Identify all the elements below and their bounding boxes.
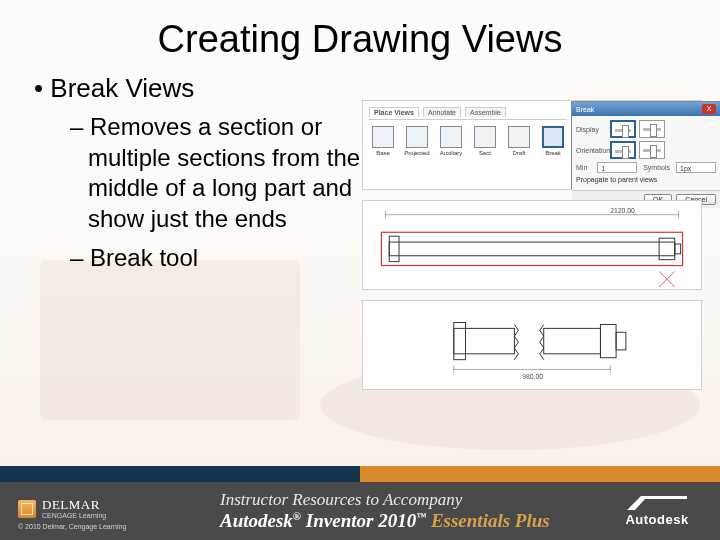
min-label: Min [576, 164, 591, 171]
propagate-checkbox-label[interactable]: Propagate to parent views [576, 176, 657, 183]
bullet-level2: Removes a section or multiple sections f… [70, 112, 370, 235]
delmar-mark-icon [18, 500, 36, 518]
ribbon-tab[interactable]: Place Views [369, 107, 419, 117]
ribbon: Place Views Annotate Assemble Base Proje… [363, 101, 571, 189]
drawing-broken-shaft: 980.00 [362, 300, 702, 390]
break-view-icon [542, 126, 564, 148]
drawing1-svg: 2120.00 [363, 201, 701, 289]
orientation-label: Orientation [576, 147, 604, 154]
ribbon-auxiliary-button[interactable]: Auxiliary [437, 126, 465, 156]
svg-rect-5 [389, 236, 399, 261]
ribbon-break-button[interactable]: Break [539, 126, 567, 156]
ribbon-tab[interactable]: Assemble [465, 107, 506, 117]
footer-line1: Instructor Resources to Accompany [220, 490, 608, 510]
drawing-long-shaft: 2120.00 [362, 200, 702, 290]
bullet-level2: Break tool [70, 243, 370, 274]
trademark-icon: ™ [416, 511, 426, 522]
symbols-input[interactable]: 1px [676, 162, 716, 173]
svg-rect-15 [544, 328, 601, 353]
svg-marker-18 [627, 496, 687, 510]
autodesk-text: Autodesk [625, 512, 688, 527]
ribbon-projected-button[interactable]: Projected [403, 126, 431, 156]
footer-line2a: Autodesk [220, 510, 293, 531]
svg-rect-4 [389, 242, 675, 256]
slide: Creating Drawing Views Break Views Remov… [0, 0, 720, 540]
style-swatch[interactable] [610, 120, 636, 138]
break-dialog: Break X Display Orientation [571, 101, 720, 189]
symbols-label: Symbols [643, 164, 670, 171]
footer: DELMAR CENGAGE Learning © 2010 Delmar, C… [0, 466, 720, 540]
base-view-icon [372, 126, 394, 148]
projected-view-icon [406, 126, 428, 148]
svg-rect-13 [454, 328, 515, 353]
delmar-tag: CENGAGE Learning [42, 512, 106, 520]
ribbon-tabs: Place Views Annotate Assemble [369, 107, 567, 120]
svg-rect-16 [600, 324, 616, 357]
svg-rect-6 [659, 238, 675, 260]
footer-line2: Autodesk® Inventor 2010™ Essentials Plus [220, 510, 608, 532]
min-input[interactable]: 1 [597, 162, 637, 173]
ribbon-icon-label: Auxiliary [440, 150, 463, 156]
drawing2-svg: 980.00 [363, 301, 701, 389]
draft-view-icon [508, 126, 530, 148]
copyright: © 2010 Delmar, Cengage Learning [18, 523, 190, 531]
ribbon-icon-label: Base [376, 150, 390, 156]
orientation-swatches [610, 141, 665, 159]
ribbon-base-button[interactable]: Base [369, 126, 397, 156]
svg-rect-7 [675, 244, 681, 254]
ribbon-and-dialog: Place Views Annotate Assemble Base Proje… [362, 100, 702, 190]
footer-line2b: Inventor 2010 [306, 510, 416, 531]
dim-text: 2120.00 [610, 207, 635, 214]
delmar-name: DELMAR [42, 498, 106, 512]
svg-rect-17 [616, 332, 626, 350]
delmar-logo: DELMAR CENGAGE Learning [18, 498, 190, 520]
display-style-swatches [610, 120, 665, 138]
ribbon-section-button[interactable]: Sect [471, 126, 499, 156]
footer-accent-bar [0, 466, 720, 482]
registered-icon: ® [293, 510, 301, 522]
orientation-swatch-vertical[interactable] [639, 141, 665, 159]
ribbon-icon-label: Draft [512, 150, 525, 156]
slide-title: Creating Drawing Views [28, 18, 692, 61]
dim-text: 980.00 [522, 373, 543, 380]
ribbon-icon-label: Projected [404, 150, 429, 156]
bullet-sub-block: Removes a section or multiple sections f… [70, 112, 370, 274]
orientation-swatch-horizontal[interactable] [610, 141, 636, 159]
close-button[interactable]: X [702, 104, 716, 114]
footer-accent-blue [0, 466, 360, 482]
style-swatch[interactable] [639, 120, 665, 138]
dialog-title: Break [576, 106, 594, 113]
auxiliary-view-icon [440, 126, 462, 148]
footer-center: Instructor Resources to Accompany Autode… [190, 490, 608, 532]
svg-rect-3 [381, 232, 682, 265]
footer-line2c: Essentials Plus [431, 510, 550, 531]
dialog-body: Display Orientation [572, 116, 720, 190]
ribbon-icon-label: Break [545, 150, 561, 156]
ribbon-draft-button[interactable]: Draft [505, 126, 533, 156]
autodesk-mark-icon [627, 496, 687, 510]
dialog-section-label: Display [576, 126, 604, 133]
publisher-block: DELMAR CENGAGE Learning © 2010 Delmar, C… [0, 492, 190, 531]
footer-accent-orange [360, 466, 720, 482]
ribbon-icons: Base Projected Auxiliary Sect [369, 126, 567, 156]
dialog-titlebar: Break X [572, 102, 720, 116]
section-view-icon [474, 126, 496, 148]
footer-main: DELMAR CENGAGE Learning © 2010 Delmar, C… [0, 482, 720, 540]
ribbon-tab[interactable]: Annotate [423, 107, 461, 117]
ribbon-icon-label: Sect [479, 150, 491, 156]
autodesk-logo: Autodesk [608, 496, 720, 527]
illustration-column: Place Views Annotate Assemble Base Proje… [362, 100, 702, 400]
